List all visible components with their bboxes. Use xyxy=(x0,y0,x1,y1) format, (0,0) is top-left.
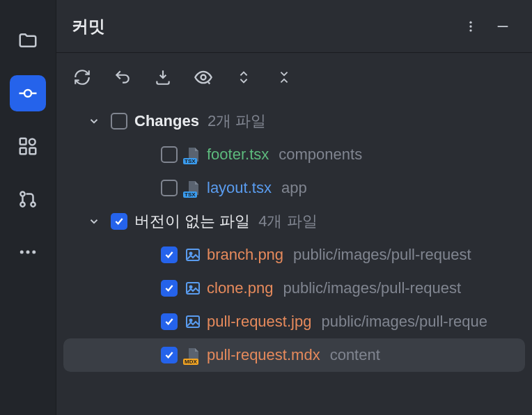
activity-commit[interactable] xyxy=(10,75,46,111)
svg-point-22 xyxy=(190,286,192,288)
image-file-icon xyxy=(185,313,201,330)
file-name: branch.png xyxy=(207,246,283,264)
structure-icon xyxy=(17,136,38,157)
file-path: public/images/pull-request xyxy=(283,279,461,297)
checkbox[interactable] xyxy=(111,213,127,230)
file-name: footer.tsx xyxy=(207,146,269,164)
expand-collapse-icon xyxy=(236,70,251,85)
activity-bar xyxy=(0,0,56,415)
checkbox[interactable] xyxy=(161,146,178,163)
commit-icon xyxy=(17,83,38,104)
group-unversioned[interactable]: 버전이 없는 파일 4개 파일 xyxy=(56,205,532,238)
panel-minimize-button[interactable] xyxy=(493,17,513,36)
checkbox[interactable] xyxy=(161,313,178,330)
changes-tree: Changes 2개 파일 TSX footer.tsx components … xyxy=(56,102,532,415)
group-label: Changes xyxy=(134,112,199,130)
file-name: pull-request.jpg xyxy=(207,313,311,331)
svg-point-24 xyxy=(190,320,192,322)
refresh-button[interactable] xyxy=(72,67,93,88)
group-changes[interactable]: Changes 2개 파일 xyxy=(56,104,532,138)
activity-pull-request[interactable] xyxy=(10,181,46,217)
svg-rect-5 xyxy=(20,148,26,155)
file-row[interactable]: TSX footer.tsx components xyxy=(56,138,532,171)
file-row[interactable]: pull-request.jpg public/images/pull-requ… xyxy=(56,305,532,338)
svg-point-14 xyxy=(469,21,471,23)
refresh-icon xyxy=(73,68,91,86)
file-row[interactable]: TSX layout.tsx app xyxy=(56,171,532,205)
svg-point-9 xyxy=(31,202,35,206)
file-path: components xyxy=(279,146,362,164)
changelist-button[interactable] xyxy=(274,67,295,88)
chevron-down-icon xyxy=(86,213,102,230)
more-vertical-icon xyxy=(464,19,478,33)
svg-point-13 xyxy=(32,251,36,254)
shelve-button[interactable] xyxy=(152,67,173,88)
collapse-icon xyxy=(276,70,292,85)
panel-header: 커밋 xyxy=(56,0,532,53)
file-row[interactable]: MDX pull-request.mdx content xyxy=(63,338,525,372)
activity-more[interactable] xyxy=(10,234,46,270)
revert-button[interactable] xyxy=(112,67,133,88)
panel-title: 커밋 xyxy=(72,15,448,38)
group-label: 버전이 없는 파일 xyxy=(134,211,250,232)
activity-folder[interactable] xyxy=(10,22,46,58)
file-path: public/images/pull-request xyxy=(293,246,471,264)
file-name: clone.png xyxy=(207,279,273,297)
svg-rect-6 xyxy=(30,148,36,155)
file-row[interactable]: branch.png public/images/pull-request xyxy=(56,238,532,272)
checkbox[interactable] xyxy=(161,280,178,297)
svg-point-7 xyxy=(20,191,24,196)
svg-point-12 xyxy=(26,251,30,254)
checkbox[interactable] xyxy=(161,180,178,196)
panel-menu-button[interactable] xyxy=(461,17,480,36)
checkbox[interactable] xyxy=(161,347,178,363)
file-path: app xyxy=(281,179,307,197)
file-path: content xyxy=(330,346,380,364)
svg-point-8 xyxy=(20,202,24,206)
group-count: 4개 파일 xyxy=(258,211,317,232)
svg-point-18 xyxy=(201,75,206,80)
more-horizontal-icon xyxy=(17,242,38,263)
svg-point-16 xyxy=(469,29,471,31)
svg-rect-3 xyxy=(20,139,26,145)
svg-point-15 xyxy=(469,25,471,27)
toolbar xyxy=(56,53,532,102)
activity-structure[interactable] xyxy=(10,128,46,164)
commit-panel: 커밋 C xyxy=(56,0,532,415)
download-icon xyxy=(154,68,172,86)
pull-request-icon xyxy=(17,189,38,210)
svg-point-20 xyxy=(190,253,192,255)
tsx-file-icon: TSX xyxy=(185,146,201,163)
svg-point-0 xyxy=(24,90,31,97)
file-path: public/images/pull-reque xyxy=(321,313,487,331)
eye-icon xyxy=(194,68,213,87)
minimize-icon xyxy=(495,19,510,34)
file-name: pull-request.mdx xyxy=(207,346,320,364)
folder-icon xyxy=(17,30,38,51)
image-file-icon xyxy=(185,280,201,297)
file-name: layout.tsx xyxy=(207,179,272,197)
expand-button[interactable] xyxy=(233,67,254,88)
svg-point-11 xyxy=(20,251,24,254)
mdx-file-icon: MDX xyxy=(185,347,201,363)
undo-icon xyxy=(114,68,132,86)
group-count: 2개 파일 xyxy=(208,111,266,132)
checkbox[interactable] xyxy=(161,246,178,263)
svg-point-4 xyxy=(29,139,36,145)
checkbox[interactable] xyxy=(111,113,127,130)
file-row[interactable]: clone.png public/images/pull-request xyxy=(56,272,532,305)
image-file-icon xyxy=(185,246,201,263)
tsx-file-icon: TSX xyxy=(185,180,201,196)
chevron-down-icon xyxy=(86,113,102,130)
preview-button[interactable] xyxy=(193,67,214,88)
